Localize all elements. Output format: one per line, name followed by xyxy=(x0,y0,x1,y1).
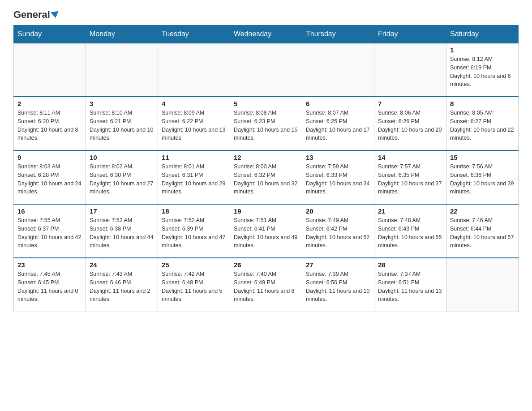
day-info: Sunrise: 7:45 AM Sunset: 6:45 PM Dayligh… xyxy=(17,270,82,304)
day-number: 20 xyxy=(306,207,370,215)
calendar-table: SundayMondayTuesdayWednesdayThursdayFrid… xyxy=(13,25,519,312)
calendar-day-cell: 19Sunrise: 7:51 AM Sunset: 6:41 PM Dayli… xyxy=(230,204,302,258)
day-info: Sunrise: 7:52 AM Sunset: 6:39 PM Dayligh… xyxy=(162,216,226,250)
day-number: 26 xyxy=(234,261,298,269)
day-number: 3 xyxy=(90,100,154,107)
calendar-day-cell: 8Sunrise: 8:05 AM Sunset: 6:27 PM Daylig… xyxy=(446,97,519,150)
day-number: 1 xyxy=(450,46,515,54)
calendar-day-cell xyxy=(230,43,302,97)
day-number: 5 xyxy=(234,100,298,107)
calendar-week-row: 16Sunrise: 7:55 AM Sunset: 6:37 PM Dayli… xyxy=(14,204,519,258)
day-info: Sunrise: 8:06 AM Sunset: 6:26 PM Dayligh… xyxy=(378,109,442,142)
day-number: 27 xyxy=(306,261,370,269)
day-number: 4 xyxy=(162,100,226,107)
day-number: 8 xyxy=(450,100,515,107)
day-number: 7 xyxy=(378,100,442,107)
day-info: Sunrise: 8:05 AM Sunset: 6:27 PM Dayligh… xyxy=(450,109,515,142)
calendar-day-cell: 7Sunrise: 8:06 AM Sunset: 6:26 PM Daylig… xyxy=(374,97,446,150)
day-number: 14 xyxy=(378,154,442,161)
calendar-day-cell: 2Sunrise: 8:11 AM Sunset: 6:20 PM Daylig… xyxy=(14,97,86,150)
calendar-day-cell: 27Sunrise: 7:39 AM Sunset: 6:50 PM Dayli… xyxy=(302,258,374,312)
day-number: 24 xyxy=(90,261,154,269)
calendar-day-cell: 17Sunrise: 7:53 AM Sunset: 6:38 PM Dayli… xyxy=(86,204,158,258)
day-info: Sunrise: 7:51 AM Sunset: 6:41 PM Dayligh… xyxy=(234,216,298,250)
logo: General xyxy=(13,9,60,21)
calendar-day-cell: 14Sunrise: 7:57 AM Sunset: 6:35 PM Dayli… xyxy=(374,150,446,204)
day-of-week-header: Monday xyxy=(86,26,158,43)
calendar-header-row: SundayMondayTuesdayWednesdayThursdayFrid… xyxy=(14,26,519,43)
day-info: Sunrise: 7:56 AM Sunset: 6:36 PM Dayligh… xyxy=(450,163,515,196)
calendar-day-cell: 9Sunrise: 8:03 AM Sunset: 6:28 PM Daylig… xyxy=(14,150,86,204)
day-of-week-header: Tuesday xyxy=(158,26,230,43)
day-info: Sunrise: 7:59 AM Sunset: 6:33 PM Dayligh… xyxy=(306,163,370,196)
day-info: Sunrise: 7:42 AM Sunset: 6:48 PM Dayligh… xyxy=(162,270,226,304)
day-info: Sunrise: 8:12 AM Sunset: 6:19 PM Dayligh… xyxy=(450,55,515,89)
day-of-week-header: Friday xyxy=(374,26,446,43)
day-info: Sunrise: 8:01 AM Sunset: 6:31 PM Dayligh… xyxy=(162,163,226,196)
day-number: 10 xyxy=(90,154,154,161)
calendar-day-cell: 28Sunrise: 7:37 AM Sunset: 6:51 PM Dayli… xyxy=(374,258,446,312)
calendar-day-cell: 16Sunrise: 7:55 AM Sunset: 6:37 PM Dayli… xyxy=(14,204,86,258)
calendar-day-cell: 21Sunrise: 7:48 AM Sunset: 6:43 PM Dayli… xyxy=(374,204,446,258)
day-info: Sunrise: 7:46 AM Sunset: 6:44 PM Dayligh… xyxy=(450,216,515,250)
day-info: Sunrise: 8:07 AM Sunset: 6:25 PM Dayligh… xyxy=(306,109,370,142)
calendar-day-cell: 26Sunrise: 7:40 AM Sunset: 6:49 PM Dayli… xyxy=(230,258,302,312)
day-number: 25 xyxy=(162,261,226,269)
day-info: Sunrise: 8:10 AM Sunset: 6:21 PM Dayligh… xyxy=(90,109,154,142)
calendar-week-row: 9Sunrise: 8:03 AM Sunset: 6:28 PM Daylig… xyxy=(14,150,519,204)
day-info: Sunrise: 7:43 AM Sunset: 6:46 PM Dayligh… xyxy=(90,270,154,304)
day-info: Sunrise: 8:00 AM Sunset: 6:32 PM Dayligh… xyxy=(234,163,298,196)
calendar-day-cell: 18Sunrise: 7:52 AM Sunset: 6:39 PM Dayli… xyxy=(158,204,230,258)
day-of-week-header: Sunday xyxy=(14,26,86,43)
day-info: Sunrise: 8:08 AM Sunset: 6:23 PM Dayligh… xyxy=(234,109,298,142)
calendar-day-cell: 25Sunrise: 7:42 AM Sunset: 6:48 PM Dayli… xyxy=(158,258,230,312)
calendar-day-cell: 15Sunrise: 7:56 AM Sunset: 6:36 PM Dayli… xyxy=(446,150,519,204)
calendar-day-cell xyxy=(302,43,374,97)
day-number: 12 xyxy=(234,154,298,161)
day-of-week-header: Thursday xyxy=(302,26,374,43)
calendar-day-cell: 1Sunrise: 8:12 AM Sunset: 6:19 PM Daylig… xyxy=(446,43,519,97)
calendar-day-cell xyxy=(14,43,86,97)
day-number: 28 xyxy=(378,261,442,269)
calendar-day-cell: 5Sunrise: 8:08 AM Sunset: 6:23 PM Daylig… xyxy=(230,97,302,150)
calendar-week-row: 1Sunrise: 8:12 AM Sunset: 6:19 PM Daylig… xyxy=(14,43,519,97)
page-header: General xyxy=(13,9,519,21)
calendar-day-cell: 24Sunrise: 7:43 AM Sunset: 6:46 PM Dayli… xyxy=(86,258,158,312)
day-number: 21 xyxy=(378,207,442,215)
day-info: Sunrise: 8:09 AM Sunset: 6:22 PM Dayligh… xyxy=(162,109,226,142)
day-number: 6 xyxy=(306,100,370,107)
calendar-day-cell: 20Sunrise: 7:49 AM Sunset: 6:42 PM Dayli… xyxy=(302,204,374,258)
calendar-day-cell xyxy=(374,43,446,97)
calendar-day-cell: 10Sunrise: 8:02 AM Sunset: 6:30 PM Dayli… xyxy=(86,150,158,204)
calendar-day-cell: 13Sunrise: 7:59 AM Sunset: 6:33 PM Dayli… xyxy=(302,150,374,204)
day-info: Sunrise: 8:11 AM Sunset: 6:20 PM Dayligh… xyxy=(17,109,82,142)
day-info: Sunrise: 7:37 AM Sunset: 6:51 PM Dayligh… xyxy=(378,270,442,304)
day-number: 13 xyxy=(306,154,370,161)
day-of-week-header: Saturday xyxy=(446,26,519,43)
day-number: 11 xyxy=(162,154,226,161)
day-info: Sunrise: 7:57 AM Sunset: 6:35 PM Dayligh… xyxy=(378,163,442,196)
day-info: Sunrise: 8:03 AM Sunset: 6:28 PM Dayligh… xyxy=(17,163,82,196)
calendar-day-cell xyxy=(446,258,519,312)
day-number: 2 xyxy=(17,100,82,107)
day-of-week-header: Wednesday xyxy=(230,26,302,43)
day-info: Sunrise: 7:48 AM Sunset: 6:43 PM Dayligh… xyxy=(378,216,442,250)
calendar-day-cell: 11Sunrise: 8:01 AM Sunset: 6:31 PM Dayli… xyxy=(158,150,230,204)
calendar-day-cell xyxy=(158,43,230,97)
calendar-day-cell: 22Sunrise: 7:46 AM Sunset: 6:44 PM Dayli… xyxy=(446,204,519,258)
day-info: Sunrise: 8:02 AM Sunset: 6:30 PM Dayligh… xyxy=(90,163,154,196)
day-info: Sunrise: 7:53 AM Sunset: 6:38 PM Dayligh… xyxy=(90,216,154,250)
day-number: 22 xyxy=(450,207,515,215)
logo-general-text: General xyxy=(13,9,50,21)
calendar-day-cell: 23Sunrise: 7:45 AM Sunset: 6:45 PM Dayli… xyxy=(14,258,86,312)
day-info: Sunrise: 7:39 AM Sunset: 6:50 PM Dayligh… xyxy=(306,270,370,304)
day-number: 19 xyxy=(234,207,298,215)
day-number: 15 xyxy=(450,154,515,161)
day-number: 16 xyxy=(17,207,82,215)
calendar-day-cell xyxy=(86,43,158,97)
day-info: Sunrise: 7:49 AM Sunset: 6:42 PM Dayligh… xyxy=(306,216,370,250)
calendar-day-cell: 6Sunrise: 8:07 AM Sunset: 6:25 PM Daylig… xyxy=(302,97,374,150)
calendar-week-row: 23Sunrise: 7:45 AM Sunset: 6:45 PM Dayli… xyxy=(14,258,519,312)
day-info: Sunrise: 7:55 AM Sunset: 6:37 PM Dayligh… xyxy=(17,216,82,250)
calendar-day-cell: 4Sunrise: 8:09 AM Sunset: 6:22 PM Daylig… xyxy=(158,97,230,150)
